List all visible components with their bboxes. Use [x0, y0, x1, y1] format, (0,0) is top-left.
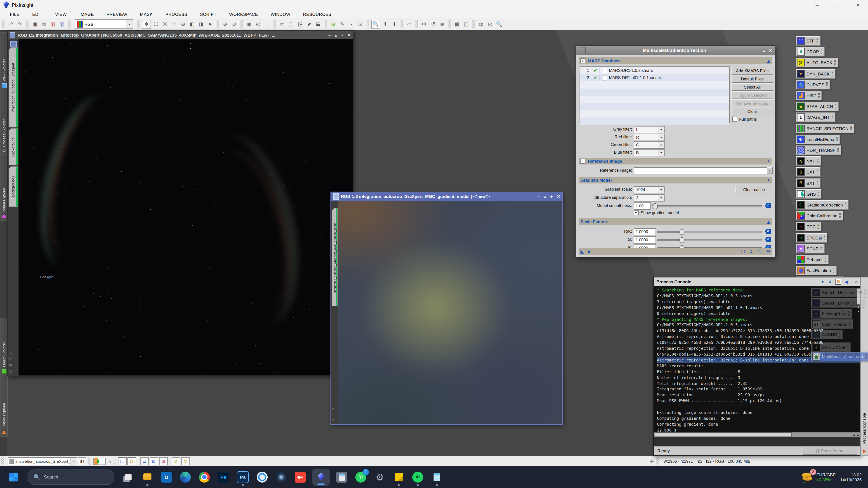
clear-cache-button[interactable]: Clear cache: [735, 186, 773, 193]
duplicate-image-icon[interactable]: ⧉: [40, 20, 48, 28]
smoothness-reset-icon[interactable]: ✕: [765, 203, 771, 208]
window2-controls[interactable]: ─ ▴ + ✕: [537, 194, 560, 199]
combo-arrow-icon[interactable]: ▼: [658, 150, 664, 156]
show-gradient-row[interactable]: ✔Show gradient model: [634, 210, 679, 215]
menu-item-image[interactable]: IMAGE: [73, 11, 100, 17]
statusbar-grip[interactable]: [114, 457, 116, 465]
scroll-left-icon[interactable]: ◀: [853, 433, 855, 436]
app-maximize-button[interactable]: ▢: [827, 2, 848, 7]
process-icon-FindingChart[interactable]: ⌖FindingChartND: [811, 309, 852, 319]
zoom-11-icon[interactable]: ◉: [245, 20, 253, 28]
scale-input[interactable]: 1.0000: [634, 236, 656, 243]
photoshop-active-icon[interactable]: Ps: [237, 471, 249, 483]
preview-up-icon[interactable]: ⬆: [390, 20, 398, 28]
new-preview-strip-icon[interactable]: ▭: [9, 357, 12, 361]
combo-arrow-icon[interactable]: ▼: [658, 142, 664, 148]
combo-arrow-icon[interactable]: ▼: [658, 187, 664, 193]
clear-button[interactable]: Clear: [732, 107, 773, 115]
mars-database-header[interactable]: ✔MARS Database▲: [579, 57, 772, 64]
zoom-fit-view-icon[interactable]: ◎: [254, 20, 262, 28]
console-dock-icon[interactable]: [835, 279, 841, 285]
collapse-chevron-icon[interactable]: ▲: [767, 59, 770, 63]
duplicate-strip-icon[interactable]: ⧉: [9, 363, 12, 367]
app-minimize-button[interactable]: ─: [807, 2, 827, 7]
console-collapse-icon[interactable]: ◀▏: [845, 280, 851, 284]
process-icon-GradientCorrection[interactable]: ✣GradientCorrectionND: [796, 200, 848, 210]
scroll-right-icon[interactable]: ▶: [857, 433, 859, 436]
currency-ticker[interactable]: 2 ⌃ EUR/GBP +0,35%: [801, 471, 836, 483]
slider-thumb[interactable]: [653, 203, 658, 209]
zoom-optimal-icon[interactable]: ◌: [263, 20, 271, 28]
mgc-shade-button[interactable]: ▴: [763, 48, 765, 53]
slider-thumb[interactable]: [680, 237, 685, 243]
process-icon-SolarToolBox[interactable]: STSolarToolBoxND: [811, 320, 853, 329]
add-xmars-files-button[interactable]: Add XMARS Files: [732, 67, 773, 74]
target-strip-icon[interactable]: ◎: [9, 369, 12, 373]
undo-icon[interactable]: ↶: [7, 20, 15, 28]
preview-store-icon[interactable]: ⊡: [356, 20, 364, 28]
spotify-icon[interactable]: ≋: [412, 471, 423, 482]
red-filter-combo[interactable]: R▼: [634, 134, 664, 141]
window1-controls[interactable]: ─ ▴ + ✕: [328, 33, 351, 37]
scale-factors-header[interactable]: Scale Factors▲: [579, 218, 772, 225]
maximize-preview-icon[interactable]: ⬈: [305, 20, 313, 28]
preview-down-icon[interactable]: ⬇: [381, 20, 389, 28]
collapse-chevron-icon[interactable]: ▲: [767, 220, 770, 224]
model-smoothness-input[interactable]: 1.00: [634, 202, 651, 210]
screen-right-icon[interactable]: ◨: [197, 20, 205, 28]
show-gradient-checkbox[interactable]: ✔: [634, 210, 639, 215]
toolbar-grip[interactable]: [217, 20, 219, 28]
edit-wrench-icon[interactable]: 🔧: [757, 249, 762, 254]
xmars-file-list[interactable]: 1✔MARS-DR1-1.0.3.xmars2✔MARS-DR1-u01-1.0…: [580, 66, 730, 123]
workspace-selector-icon[interactable]: [10, 41, 17, 47]
process-icon-SPCCal[interactable]: ∩SPCCalND: [796, 233, 828, 242]
view-selector-arrow-icon[interactable]: ▼: [70, 458, 77, 465]
console-hscroll-thumb[interactable]: [655, 432, 792, 437]
sidebar-tab-view-explorer[interactable]: View Explorer: [0, 32, 8, 91]
xmars-file-row[interactable]: 1✔MARS-DR1-1.0.3.xmars: [580, 67, 729, 74]
window2-close-button[interactable]: ✕: [557, 194, 560, 199]
full-paths-row[interactable]: Full paths: [733, 117, 757, 122]
apply-global-square-icon[interactable]: ■: [587, 249, 590, 254]
menu-item-window[interactable]: WINDOW: [264, 11, 297, 17]
window2-minimize-button[interactable]: ─: [537, 194, 540, 199]
process-settings-icon[interactable]: ⚙: [420, 20, 428, 28]
process-icon-FastRotation[interactable]: FastRotationND: [796, 266, 837, 275]
process-delete-icon[interactable]: ⊗: [438, 20, 446, 28]
preview-goto-icon[interactable]: ◳: [296, 20, 304, 28]
console-hscrollbar[interactable]: ◀▶: [654, 432, 860, 437]
image-tab-background[interactable]: Background: [8, 128, 18, 165]
scale-slider[interactable]: [657, 236, 762, 242]
toolbar-grip[interactable]: [241, 20, 243, 28]
window2-shade-button[interactable]: ▴: [544, 194, 546, 199]
process-icon-ColorCalibration[interactable]: ◑ColorCalibrationND: [796, 211, 843, 221]
starfield-image[interactable]: Backgro: [19, 39, 352, 376]
gradient-model-image[interactable]: [338, 201, 562, 424]
select-cursor-icon[interactable]: ➤: [206, 20, 214, 28]
process-reload-icon[interactable]: ↺: [429, 20, 437, 28]
combo-arrow-icon[interactable]: ▼: [658, 134, 664, 140]
process-icon-Stretch_Unlinked_V6[interactable]: ∞Stretch_Unlinked_V6ND: [811, 288, 868, 297]
toolbar-grip[interactable]: [324, 20, 327, 28]
gray-filter-combo[interactable]: L▼: [634, 126, 664, 133]
redo-icon[interactable]: ↷: [16, 20, 24, 28]
combo-arrow-icon[interactable]: ▼: [126, 20, 133, 28]
toolbar-grip[interactable]: [367, 20, 369, 28]
image-window-gradient-model[interactable]: RGB 1:3 integration_autocrop_GraXpert_MG…: [331, 192, 563, 425]
toolbar-grip[interactable]: [274, 20, 276, 28]
window1-titlebar[interactable]: RGB 1:2 integration_autocrop_GraXpert | …: [8, 31, 353, 39]
process-icon-SPFLUXCal[interactable]: ∗SPFLUXCalND: [811, 343, 851, 352]
window1-shade-button[interactable]: ▴: [335, 33, 337, 37]
mask-invert-icon[interactable]: ◫: [462, 20, 470, 28]
view-format-combo[interactable]: RGB▼: [74, 20, 133, 29]
process-icon-CURVES[interactable]: ∿CURVESND: [796, 80, 830, 90]
resize-handle-icon[interactable]: ⇲: [9, 351, 12, 355]
process-icon-MultiScale_Grad_corr[interactable]: ▦MultiScale_Grad_corrND: [811, 352, 868, 361]
image-window-integration[interactable]: RGB 1:2 integration_autocrop_GraXpert | …: [7, 30, 353, 377]
green-filter-combo[interactable]: G▼: [634, 141, 664, 149]
process-icon-Debayer[interactable]: DebayerND: [796, 255, 829, 264]
preview-modify-icon[interactable]: ✎: [338, 20, 346, 28]
menu-item-script[interactable]: SCRIPT: [194, 11, 223, 17]
reference-image-header[interactable]: Reference Image▲: [579, 158, 772, 164]
xmars-file-row[interactable]: 2✔MARS-DR1-u01-1.0.1.xmars: [580, 74, 729, 81]
